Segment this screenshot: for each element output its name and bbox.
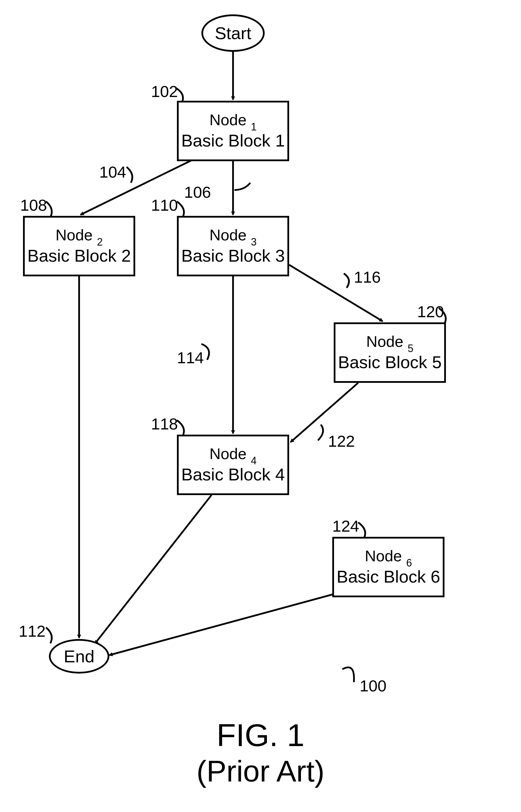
- ref-124: 124: [332, 517, 359, 535]
- ref-106: 106: [184, 183, 211, 201]
- svg-line-8: [109, 593, 338, 655]
- node-4: Node 4 Basic Block 4: [177, 435, 289, 495]
- node-2-bottom: Basic Block 2: [27, 246, 131, 266]
- node-5: Node 5 Basic Block 5: [334, 322, 446, 383]
- node-2: Node 2 Basic Block 2: [23, 216, 135, 276]
- ref-120: 120: [417, 302, 444, 321]
- figure-title: FIG. 1: [0, 717, 521, 753]
- ref-102: 102: [151, 82, 178, 101]
- node-1: Node 1 Basic Block 1: [177, 101, 289, 161]
- ref-114: 114: [177, 348, 204, 367]
- end-terminal: End: [49, 639, 109, 674]
- node-6-top: Node 6: [365, 547, 412, 567]
- node-3: Node 3 Basic Block 3: [177, 216, 289, 276]
- diagram-stage: Start End Node 1 Basic Block 1 Node 2 Ba…: [0, 0, 521, 812]
- svg-line-7: [95, 495, 211, 644]
- start-label: Start: [215, 23, 251, 43]
- end-label: End: [64, 646, 95, 666]
- node-4-top: Node 4: [209, 445, 257, 465]
- svg-line-1: [81, 158, 196, 215]
- node-1-top: Node 1: [209, 111, 257, 131]
- node-5-top: Node 5: [366, 333, 413, 352]
- node-4-bottom: Basic Block 4: [181, 465, 285, 484]
- start-terminal: Start: [201, 15, 265, 52]
- node-1-bottom: Basic Block 1: [181, 131, 285, 151]
- ref-108: 108: [20, 196, 47, 215]
- ref-112: 112: [19, 622, 45, 640]
- node-3-top: Node 3: [209, 226, 257, 246]
- figure-subtitle: (Prior Art): [0, 754, 521, 788]
- node-6: Node 6 Basic Block 6: [332, 537, 445, 597]
- ref-104: 104: [99, 162, 126, 181]
- node-5-bottom: Basic Block 5: [338, 352, 441, 372]
- ref-118: 118: [151, 415, 178, 433]
- ref-100: 100: [360, 676, 386, 695]
- node-3-bottom: Basic Block 3: [181, 246, 285, 266]
- node-6-bottom: Basic Block 6: [337, 567, 440, 587]
- ref-122: 122: [328, 432, 355, 451]
- ref-110: 110: [151, 196, 178, 215]
- node-2-top: Node 2: [55, 226, 103, 246]
- ref-116: 116: [354, 268, 381, 286]
